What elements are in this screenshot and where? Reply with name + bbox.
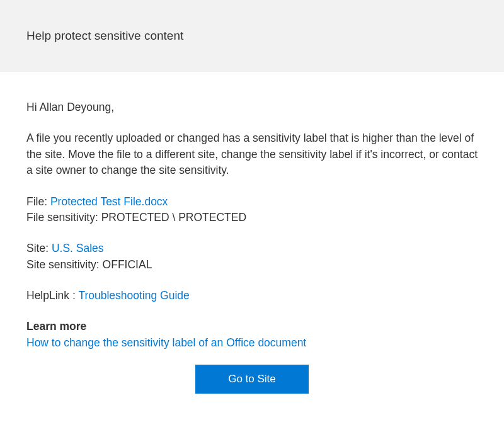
site-info-block: Site: U.S. Sales Site sensitivity: OFFIC… [26, 241, 478, 273]
site-sensitivity-label: Site sensitivity: [26, 258, 103, 271]
site-link[interactable]: U.S. Sales [52, 242, 104, 254]
file-info-block: File: Protected Test File.docx File sens… [26, 194, 478, 226]
page-title: Help protect sensitive content [26, 29, 478, 43]
greeting-text: Hi Allan Deyoung, [26, 100, 478, 115]
file-sensitivity-value: PROTECTED \ PROTECTED [101, 211, 246, 224]
learnmore-link[interactable]: How to change the sensitivity label of a… [26, 336, 306, 349]
helplink-link[interactable]: Troubleshooting Guide [78, 289, 189, 302]
file-link[interactable]: Protected Test File.docx [50, 195, 168, 208]
site-sensitivity-value: OFFICIAL [103, 258, 152, 271]
file-label: File: [26, 195, 50, 208]
learnmore-block: Learn more How to change the sensitivity… [26, 319, 478, 351]
helplink-block: HelpLink : Troubleshooting Guide [26, 288, 478, 304]
go-to-site-button[interactable]: Go to Site [195, 365, 309, 394]
description-text: A file you recently uploaded or changed … [26, 130, 478, 178]
button-row: Go to Site [26, 365, 478, 394]
learnmore-title: Learn more [26, 319, 478, 334]
content-area: Hi Allan Deyoung, A file you recently up… [0, 72, 504, 394]
site-label: Site: [26, 242, 52, 254]
helplink-label: HelpLink : [26, 289, 78, 302]
file-sensitivity-label: File sensitivity: [26, 211, 101, 224]
header-banner: Help protect sensitive content [0, 0, 504, 72]
